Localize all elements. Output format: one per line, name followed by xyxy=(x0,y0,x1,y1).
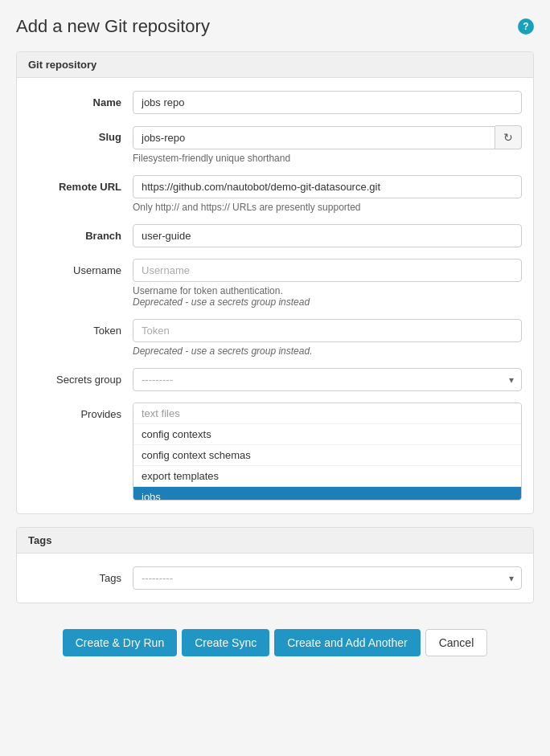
provides-option-config-contexts[interactable]: config contexts xyxy=(133,424,521,445)
branch-row: Branch xyxy=(28,224,522,247)
secrets-group-row: Secrets group --------- xyxy=(28,368,522,391)
create-sync-button[interactable]: Create Sync xyxy=(182,629,269,656)
create-add-another-button[interactable]: Create and Add Another xyxy=(274,629,420,656)
token-help-text: Deprecated - use a secrets group instead… xyxy=(133,345,522,357)
slug-input[interactable] xyxy=(133,126,495,149)
slug-row: Slug ↻ Filesystem-friendly unique shorth… xyxy=(28,125,522,164)
username-help-text-1: Username for token authentication. Depre… xyxy=(133,285,522,308)
slug-control-wrap: ↻ Filesystem-friendly unique shorthand xyxy=(133,125,522,164)
branch-label: Branch xyxy=(28,224,133,242)
username-control-wrap: Username for token authentication. Depre… xyxy=(133,259,522,308)
tags-select[interactable]: --------- xyxy=(133,566,522,590)
tags-label: Tags xyxy=(28,566,133,584)
branch-input[interactable] xyxy=(133,224,522,247)
provides-label: Provides xyxy=(28,403,133,420)
tags-row: Tags --------- xyxy=(28,566,522,590)
name-label: Name xyxy=(28,91,133,108)
page-title: Add a new Git repository xyxy=(16,16,210,37)
token-row: Token Deprecated - use a secrets group i… xyxy=(28,319,522,357)
name-input[interactable] xyxy=(133,91,522,114)
provides-option-jobs[interactable]: jobs xyxy=(133,487,521,500)
remote-url-label: Remote URL xyxy=(28,175,133,193)
page-header: Add a new Git repository ? xyxy=(16,16,534,37)
provides-option-config-context-schemas[interactable]: config context schemas xyxy=(133,445,521,466)
token-label: Token xyxy=(28,319,133,337)
username-row: Username Username for token authenticati… xyxy=(28,259,522,308)
provides-list-inner: text files config contexts config contex… xyxy=(133,403,521,500)
provides-row: Provides text files config contexts conf… xyxy=(28,403,522,501)
remote-url-help-text: Only http:// and https:// URLs are prese… xyxy=(133,202,522,213)
remote-url-row: Remote URL Only http:// and https:// URL… xyxy=(28,175,522,213)
git-repo-card: Git repository Name Slug ↻ Filesystem-fr… xyxy=(16,51,534,514)
secrets-group-select-wrap: --------- xyxy=(133,368,522,391)
slug-wrap: ↻ xyxy=(133,125,522,149)
secrets-group-label: Secrets group xyxy=(28,368,133,386)
branch-control-wrap xyxy=(133,224,522,247)
slug-help-text: Filesystem-friendly unique shorthand xyxy=(133,153,522,164)
footer-buttons: Create & Dry Run Create Sync Create and … xyxy=(16,616,534,664)
dry-run-button[interactable]: Create & Dry Run xyxy=(63,629,177,656)
provides-listbox[interactable]: text files config contexts config contex… xyxy=(133,403,522,501)
provides-control-wrap: text files config contexts config contex… xyxy=(133,403,522,501)
git-repo-card-body: Name Slug ↻ Filesystem-friendly unique s… xyxy=(17,78,533,513)
provides-option-text-files[interactable]: text files xyxy=(133,403,521,424)
slug-label: Slug xyxy=(28,125,133,143)
slug-refresh-button[interactable]: ↻ xyxy=(495,125,522,149)
tags-card-header: Tags xyxy=(17,528,533,554)
tags-control-wrap: --------- xyxy=(133,566,522,590)
username-input[interactable] xyxy=(133,259,522,282)
secrets-group-control-wrap: --------- xyxy=(133,368,522,391)
remote-url-control-wrap: Only http:// and https:// URLs are prese… xyxy=(133,175,522,213)
token-input[interactable] xyxy=(133,319,522,342)
provides-option-export-templates[interactable]: export templates xyxy=(133,466,521,487)
name-control-wrap xyxy=(133,91,522,114)
name-row: Name xyxy=(28,91,522,114)
token-control-wrap: Deprecated - use a secrets group instead… xyxy=(133,319,522,357)
username-label: Username xyxy=(28,259,133,276)
cancel-button[interactable]: Cancel xyxy=(425,629,488,656)
tags-card-body: Tags --------- xyxy=(17,554,533,603)
tags-select-wrap: --------- xyxy=(133,566,522,590)
help-icon[interactable]: ? xyxy=(518,18,534,35)
tags-card: Tags Tags --------- xyxy=(16,527,534,603)
git-repo-card-header: Git repository xyxy=(17,52,533,78)
secrets-group-select[interactable]: --------- xyxy=(133,368,522,391)
remote-url-input[interactable] xyxy=(133,175,522,198)
